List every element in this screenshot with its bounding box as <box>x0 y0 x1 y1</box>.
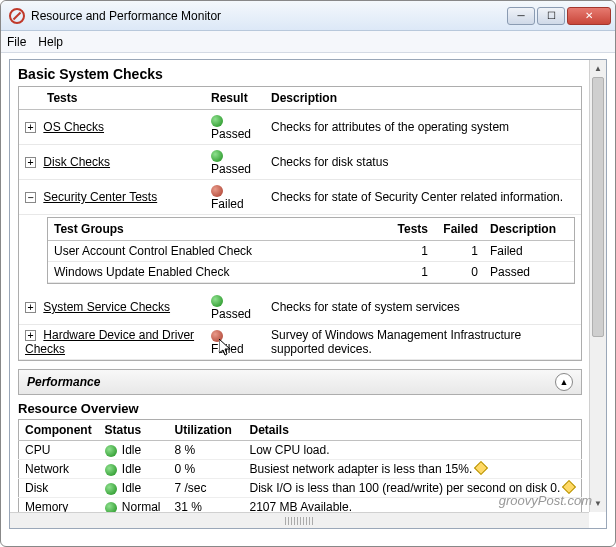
desc-label: Checks for disk status <box>265 145 581 180</box>
result-label: Failed <box>211 342 244 356</box>
performance-header[interactable]: Performance ▲ <box>18 369 582 395</box>
col-tests-count: Tests <box>384 218 434 241</box>
edit-icon[interactable] <box>562 480 576 494</box>
hardware-device-link[interactable]: Hardware Device and Driver Checks <box>25 328 194 356</box>
col-description: Description <box>265 87 581 110</box>
subtable-row: Windows Update Enabled Check 1 0 Passed <box>48 262 574 283</box>
resource-overview-title: Resource Overview <box>18 401 582 416</box>
col-component: Component <box>19 420 99 441</box>
status-pass-icon <box>211 295 223 307</box>
vertical-scrollbar[interactable]: ▲ ▼ <box>589 60 606 512</box>
status-idle-icon <box>105 464 117 476</box>
collapse-button[interactable]: ▲ <box>555 373 573 391</box>
basic-checks-title: Basic System Checks <box>18 66 582 82</box>
minimize-button[interactable]: ─ <box>507 7 535 25</box>
expand-icon[interactable]: + <box>25 157 36 168</box>
resize-grip-icon[interactable] <box>285 517 315 525</box>
res-name: Network <box>19 460 99 479</box>
result-label: Passed <box>211 307 251 321</box>
expand-icon[interactable]: + <box>25 330 36 341</box>
col-status: Status <box>99 420 169 441</box>
resource-table: Component Status Utilization Details CPU… <box>18 419 582 517</box>
table-row: + OS Checks Passed Checks for attributes… <box>19 110 581 145</box>
menu-help[interactable]: Help <box>38 35 63 49</box>
status-pass-icon <box>211 150 223 162</box>
menubar: File Help <box>1 31 615 53</box>
col-result: Result <box>205 87 265 110</box>
desc-label: Survey of Windows Management Infrastruct… <box>265 325 581 360</box>
sub-tests: 1 <box>384 241 434 262</box>
col-testgroups: Test Groups <box>48 218 384 241</box>
basic-checks-panel: Tests Result Description + OS Checks Pas… <box>18 86 582 361</box>
sub-desc: Passed <box>484 262 574 283</box>
resource-header-row: Component Status Utilization Details <box>19 420 582 441</box>
expand-icon[interactable]: + <box>25 122 36 133</box>
subtable-header-row: Test Groups Tests Failed Description <box>48 218 574 241</box>
sub-failed: 0 <box>434 262 484 283</box>
result-label: Failed <box>211 197 244 211</box>
window-title: Resource and Performance Monitor <box>31 9 507 23</box>
subtable-row: User Account Control Enabled Check 1 1 F… <box>48 241 574 262</box>
res-util: 8 % <box>169 441 244 460</box>
res-util: 0 % <box>169 460 244 479</box>
desc-label: Checks for attributes of the operating s… <box>265 110 581 145</box>
table-row: + System Service Checks Passed Checks fo… <box>19 290 581 325</box>
status-fail-icon <box>211 330 223 342</box>
res-name: CPU <box>19 441 99 460</box>
status-pass-icon <box>211 115 223 127</box>
security-center-link[interactable]: Security Center Tests <box>43 190 157 204</box>
res-status: Idle <box>122 462 141 476</box>
desc-label: Checks for state of Security Center rela… <box>265 180 581 215</box>
security-subtable: Test Groups Tests Failed Description Use… <box>47 217 575 284</box>
scroll-thumb[interactable] <box>592 77 604 337</box>
expand-icon[interactable]: + <box>25 302 36 313</box>
table-row: + Disk Checks Passed Checks for disk sta… <box>19 145 581 180</box>
edit-icon[interactable] <box>474 461 488 475</box>
resource-row: CPU Idle 8 % Low CPU load. <box>19 441 582 460</box>
scroll-up-icon[interactable]: ▲ <box>590 60 606 77</box>
sub-name: Windows Update Enabled Check <box>48 262 384 283</box>
status-idle-icon <box>105 445 117 457</box>
res-status: Idle <box>122 481 141 495</box>
sub-failed: 1 <box>434 241 484 262</box>
os-checks-link[interactable]: OS Checks <box>43 120 104 134</box>
col-details: Details <box>244 420 582 441</box>
app-icon <box>9 8 25 24</box>
sub-desc: Failed <box>484 241 574 262</box>
result-label: Passed <box>211 162 251 176</box>
result-label: Passed <box>211 127 251 141</box>
titlebar[interactable]: Resource and Performance Monitor ─ ☐ ✕ <box>1 1 615 31</box>
res-util: 7 /sec <box>169 479 244 498</box>
disk-checks-link[interactable]: Disk Checks <box>43 155 110 169</box>
sub-tests: 1 <box>384 262 434 283</box>
desc-label: Checks for state of system services <box>265 290 581 325</box>
collapse-icon[interactable]: − <box>25 192 36 203</box>
res-details: Disk I/O is less than 100 (read/write) p… <box>250 481 561 495</box>
res-status: Idle <box>122 443 141 457</box>
performance-title: Performance <box>27 375 100 389</box>
scroll-down-icon[interactable]: ▼ <box>590 495 606 512</box>
res-details: Busiest network adapter is less than 15%… <box>250 462 473 476</box>
resource-row: Network Idle 0 % Busiest network adapter… <box>19 460 582 479</box>
table-row: − Security Center Tests Failed Checks fo… <box>19 180 581 215</box>
resource-row: Disk Idle 7 /sec Disk I/O is less than 1… <box>19 479 582 498</box>
horizontal-scrollbar[interactable] <box>10 512 589 528</box>
system-service-link[interactable]: System Service Checks <box>43 300 170 314</box>
col-utilization: Utilization <box>169 420 244 441</box>
table-header-row: Tests Result Description <box>19 87 581 110</box>
close-button[interactable]: ✕ <box>567 7 611 25</box>
res-details: Low CPU load. <box>244 441 582 460</box>
maximize-button[interactable]: ☐ <box>537 7 565 25</box>
col-tests: Tests <box>19 87 205 110</box>
status-idle-icon <box>105 483 117 495</box>
col-sub-description: Description <box>484 218 574 241</box>
res-name: Disk <box>19 479 99 498</box>
col-failed: Failed <box>434 218 484 241</box>
sub-name: User Account Control Enabled Check <box>48 241 384 262</box>
menu-file[interactable]: File <box>7 35 26 49</box>
table-row: + Hardware Device and Driver Checks Fail… <box>19 325 581 360</box>
status-fail-icon <box>211 185 223 197</box>
